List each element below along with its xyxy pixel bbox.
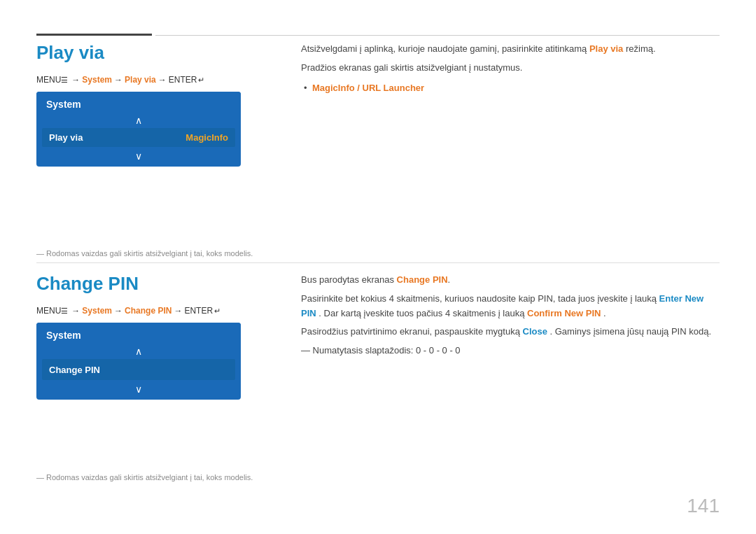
play-via-desc-1: Atsižvelgdami į aplinką, kurioje naudoja…: [301, 42, 720, 57]
change-pin-system-box: System ∧ Change PIN ∨: [36, 323, 241, 400]
arrow5: →: [114, 306, 122, 316]
enter-label: ENTER: [169, 75, 197, 85]
enter-label-2: ENTER: [184, 306, 213, 316]
menu-label-2: MENU: [36, 306, 61, 316]
play-via-list: MagicInfo / URL Launcher: [301, 81, 720, 96]
chevron-up: ∧: [36, 114, 241, 127]
menu-label: MENU: [36, 75, 61, 85]
top-line-left: [36, 34, 152, 36]
enter-icon: ↵: [198, 76, 204, 85]
chevron-down-icon: ∨: [135, 151, 142, 161]
play-via-item-label: Play via: [49, 132, 83, 143]
change-pin-desc-3: Pasirodžius patvirtinimo ekranui, paspau…: [301, 325, 720, 339]
play-via-desc-2: Pradžios ekranas gali skirtis atsižvelgi…: [301, 61, 720, 76]
system-label-2: System: [82, 306, 112, 316]
arrow6: →: [174, 306, 182, 316]
page-container: Play via MENU ☰ → System → Play via → EN…: [0, 0, 756, 534]
change-pin-inline: Change PIN: [397, 274, 448, 285]
system-label: System: [82, 75, 112, 85]
desc-line3-before: Pasirodžius patvirtinimo ekranui, paspau…: [301, 326, 520, 337]
desc-line2-end: .: [603, 308, 606, 318]
desc-line1-end: režimą.: [626, 43, 656, 54]
system-box-header: System: [36, 92, 241, 114]
play-via-label: Play via: [125, 75, 156, 85]
arrow1: →: [71, 75, 80, 85]
play-via-system-box: System ∧ Play via MagicInfo ∨: [36, 92, 241, 167]
change-pin-desc-1: Bus parodytas ekranas Change PIN.: [301, 273, 720, 288]
menu-icon-2: ☰: [61, 307, 68, 316]
change-pin-box-header: System: [36, 323, 241, 345]
play-via-note-text: — Rodomas vaizdas gali skirtis atsižvelg…: [36, 249, 253, 258]
chevron-down-2: ∨: [36, 381, 241, 400]
desc-line3-end: . Gaminys įsimena jūsų naują PIN kodą.: [550, 326, 712, 337]
change-pin-label: Change PIN: [125, 306, 172, 316]
change-pin-description: Bus parodytas ekranas Change PIN. Pasiri…: [301, 273, 720, 363]
default-pin: — Numatytasis slaptažodis: 0 - 0 - 0 - 0: [301, 345, 461, 356]
period-1: .: [448, 274, 451, 285]
desc-line1-start: Atsižvelgdami į aplinką, kurioje naudoja…: [301, 43, 587, 54]
play-via-description: Atsižvelgdami į aplinką, kurioje naudoja…: [301, 42, 720, 95]
change-pin-note-text: — Rodomas vaizdas gali skirtis atsižvelg…: [36, 473, 253, 482]
chevron-up-icon: ∧: [135, 115, 142, 125]
chevron-down-icon-2: ∨: [135, 384, 142, 394]
desc-line2-before: Pasirinkite bet kokius 4 skaitmenis, kur…: [301, 293, 657, 304]
change-pin-default: — Numatytasis slaptažodis: 0 - 0 - 0 - 0: [301, 344, 720, 358]
close-inline: Close: [523, 326, 547, 337]
arrow4: →: [71, 306, 80, 316]
change-pin-desc-2: Pasirinkite bet kokius 4 skaitmenis, kur…: [301, 292, 720, 321]
enter-icon-2: ↵: [214, 307, 220, 316]
menu-icon: ☰: [61, 76, 68, 85]
play-via-note: — Rodomas vaizdas gali skirtis atsižvelg…: [36, 246, 253, 259]
chevron-up-icon-2: ∧: [135, 346, 142, 356]
play-via-inline: Play via: [589, 43, 623, 54]
change-pin-note: — Rodomas vaizdas gali skirtis atsižvelg…: [36, 470, 253, 483]
play-via-menu-item: Play via MagicInfo: [42, 128, 235, 147]
play-via-item-value: MagicInfo: [186, 132, 228, 143]
change-pin-menu-item: Change PIN: [42, 359, 235, 380]
confirm-new-pin-inline: Confirm New PIN: [527, 308, 601, 318]
change-pin-item-label: Change PIN: [49, 365, 100, 375]
desc-line2-middle: . Dar kartą įveskite tuos pačius 4 skait…: [318, 308, 524, 318]
page-number: 141: [687, 495, 720, 517]
top-line-right: [155, 35, 720, 36]
section-divider: [36, 262, 720, 263]
play-via-list-item: MagicInfo / URL Launcher: [312, 81, 720, 96]
chevron-down: ∨: [36, 148, 241, 167]
arrow2: →: [114, 75, 122, 85]
chevron-up-2: ∧: [36, 345, 241, 358]
magic-info-url: MagicInfo / URL Launcher: [312, 83, 424, 93]
arrow3: →: [158, 75, 167, 85]
change-pin-desc-before: Bus parodytas ekranas: [301, 274, 394, 285]
